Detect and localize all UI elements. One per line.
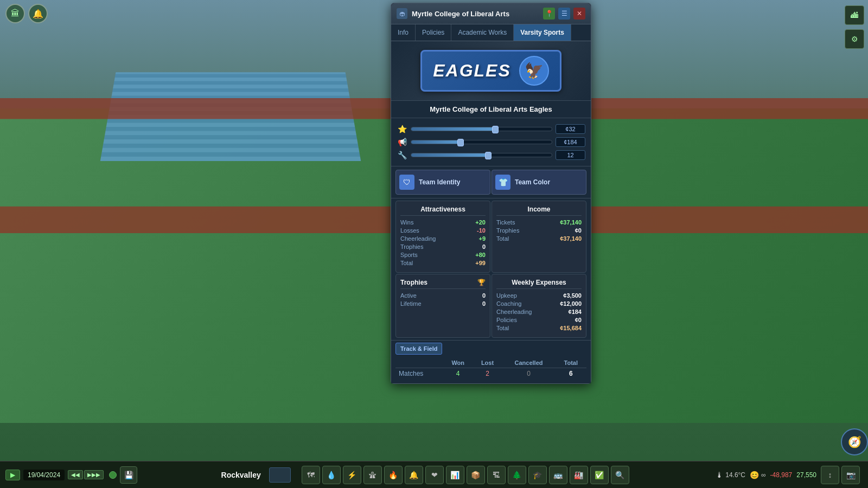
side-btn-city[interactable]: 🏙 — [845, 5, 864, 25]
col-total: Total — [556, 358, 586, 368]
bci-parks[interactable]: 🌲 — [508, 466, 526, 484]
attr-wins: Wins +20 — [400, 219, 486, 226]
toolbar-btn-1[interactable]: 🏛 — [5, 4, 25, 23]
play-button[interactable]: ▶ — [5, 470, 20, 480]
bottom-right-icons: ↕ 📷 — [821, 466, 860, 484]
mini-map-preview[interactable] — [269, 467, 291, 483]
tab-info[interactable]: Info — [391, 24, 416, 41]
bci-move[interactable]: ↕ — [821, 466, 839, 484]
bci-build[interactable]: 🏗 — [487, 466, 506, 484]
bottom-left: ▶ 19/04/2024 ◀◀ ▶▶▶ 💾 — [0, 466, 143, 484]
bci-fire[interactable]: 🔥 — [384, 466, 403, 484]
bci-zones[interactable]: 📊 — [446, 466, 464, 484]
city-info: Rockvalley — [221, 467, 291, 483]
bci-health[interactable]: ❤ — [425, 466, 444, 484]
team-logo-area: EAGLES 🦅 — [391, 41, 591, 101]
slider-track-1[interactable] — [411, 127, 552, 131]
team-color-btn[interactable]: 👕 Team Color — [492, 170, 586, 195]
trophies-box: Trophies 🏆 Active 0 Lifetime 0 — [395, 274, 490, 338]
bci-edu[interactable]: 🎓 — [528, 466, 547, 484]
nav-circle[interactable]: 🧭 — [841, 428, 868, 455]
slider-track-2[interactable] — [411, 140, 552, 144]
eagle-mascot: 🦅 — [519, 56, 549, 86]
team-color-icon: 👕 — [495, 175, 510, 190]
temp-icon: 🌡 — [716, 471, 723, 479]
tab-academic-works[interactable]: Academic Works — [451, 24, 514, 41]
panel-header: 🏟 Myrtle College of Liberal Arts 📍 ☰ ✕ — [391, 3, 591, 24]
slider-value-2: ¢184 — [556, 137, 585, 147]
save-btn[interactable]: 💾 — [120, 466, 137, 484]
bci-search[interactable]: 🔍 — [611, 466, 629, 484]
money-change-value: -48,987 — [770, 471, 793, 479]
track-field-section: Track & Field Won Lost Cancelled Total M… — [391, 340, 591, 383]
bci-roads[interactable]: 🛣 — [363, 466, 382, 484]
col-cancelled: Cancelled — [502, 358, 556, 368]
attr-total: Total +99 — [400, 260, 486, 266]
toolbar-btn-2[interactable]: 🔔 — [28, 4, 48, 23]
bci-water[interactable]: 💧 — [322, 466, 341, 484]
expense-cheerleading: Cheerleading ¢184 — [496, 309, 582, 315]
matches-won: 4 — [443, 368, 473, 380]
matches-cancelled: 0 — [502, 368, 556, 380]
list-icon-btn[interactable]: ☰ — [558, 8, 570, 20]
panel-header-icons: 📍 ☰ ✕ — [543, 8, 585, 20]
slider-handle-3[interactable] — [485, 152, 492, 159]
slider-icon-3: 🔧 — [397, 150, 407, 160]
attractiveness-box: Attractiveness Wins +20 Losses -10 Cheer… — [395, 201, 490, 273]
close-icon-btn[interactable]: ✕ — [573, 8, 585, 20]
bci-industry[interactable]: 🏭 — [570, 466, 588, 484]
col-lost: Lost — [473, 358, 502, 368]
speed-forward[interactable]: ▶▶▶ — [84, 470, 104, 479]
happiness-display: 😊 ∞ — [750, 471, 766, 479]
track-field-label: Track & Field — [395, 343, 442, 355]
sliders-section: ⭐ ¢32 📢 ¢184 🔧 12 — [391, 118, 591, 166]
income-box: Income Tickets ¢37,140 Trophies ¢0 Total… — [492, 201, 586, 273]
slider-fill-1 — [411, 127, 495, 131]
slider-handle-2[interactable] — [457, 139, 464, 146]
speed-back[interactable]: ◀◀ — [68, 470, 83, 479]
bci-terrain[interactable]: 🗺 — [302, 466, 320, 484]
slider-row-2: 📢 ¢184 — [397, 137, 585, 147]
tab-varsity-sports[interactable]: Varsity Sports — [514, 24, 571, 41]
slider-fill-3 — [411, 153, 488, 157]
attr-losses: Losses -10 — [400, 227, 486, 234]
bottom-icons-row: 🗺 💧 ⚡ 🛣 🔥 🔔 ❤ 📊 📦 🏗 🌲 🎓 🚌 🏭 ✅ 🔍 — [302, 466, 629, 484]
bci-district[interactable]: 📦 — [467, 466, 485, 484]
bci-camera[interactable]: 📷 — [841, 466, 860, 484]
bci-police[interactable]: 🔔 — [405, 466, 423, 484]
money-change-display: -48,987 — [770, 471, 793, 479]
slider-value-3: 12 — [556, 150, 585, 160]
tab-policies[interactable]: Policies — [416, 24, 451, 41]
slider-handle-1[interactable] — [492, 126, 499, 133]
bci-electricity[interactable]: ⚡ — [343, 466, 361, 484]
panel-tabs: Info Policies Academic Works Varsity Spo… — [391, 24, 591, 41]
bci-check[interactable]: ✅ — [590, 466, 609, 484]
col-blank — [395, 358, 443, 368]
slider-track-3[interactable] — [411, 153, 552, 157]
trophies-title: Trophies — [400, 279, 427, 286]
expense-upkeep: Upkeep ¢3,500 — [496, 292, 582, 299]
income-title: Income — [496, 206, 582, 216]
income-tickets: Tickets ¢37,140 — [496, 219, 582, 226]
identity-row: 🛡 Team Identity 👕 Team Color — [391, 166, 591, 198]
bottom-toolbar: ▶ 19/04/2024 ◀◀ ▶▶▶ 💾 Rockvalley 🗺 💧 ⚡ 🛣… — [0, 461, 868, 488]
expense-coaching: Coaching ¢12,000 — [496, 300, 582, 307]
attr-trophies: Trophies 0 — [400, 243, 486, 250]
bci-transit[interactable]: 🚌 — [549, 466, 567, 484]
side-btn-settings[interactable]: ⚙ — [845, 29, 864, 49]
infinity-value: ∞ — [761, 471, 766, 479]
team-identity-btn[interactable]: 🛡 Team Identity — [395, 170, 490, 195]
team-identity-label: Team Identity — [419, 178, 460, 186]
trophies-active: Active 0 — [400, 292, 486, 299]
slider-fill-2 — [411, 140, 461, 144]
bottom-center: Rockvalley 🗺 💧 ⚡ 🛣 🔥 🔔 ❤ 📊 📦 🏗 🌲 🎓 🚌 🏭 ✅… — [143, 466, 707, 484]
slider-value-1: ¢32 — [556, 124, 585, 134]
col-won: Won — [443, 358, 473, 368]
location-icon-btn[interactable]: 📍 — [543, 8, 555, 20]
panel-icon: 🏟 — [397, 8, 407, 19]
attractiveness-title: Attractiveness — [400, 206, 486, 216]
income-total: Total ¢37,140 — [496, 235, 582, 242]
status-indicator — [109, 471, 117, 479]
slider-row-1: ⭐ ¢32 — [397, 124, 585, 134]
balance-display: 27,550 — [796, 471, 816, 479]
